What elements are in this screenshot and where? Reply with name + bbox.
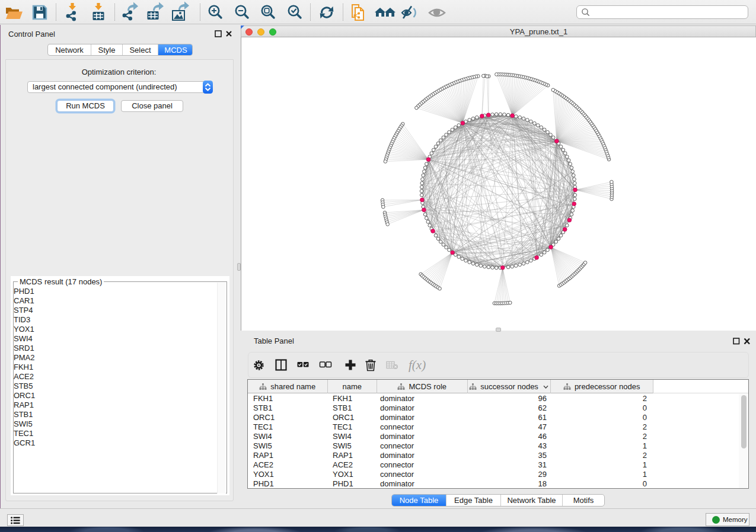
svg-text:f(x): f(x): [409, 358, 426, 372]
